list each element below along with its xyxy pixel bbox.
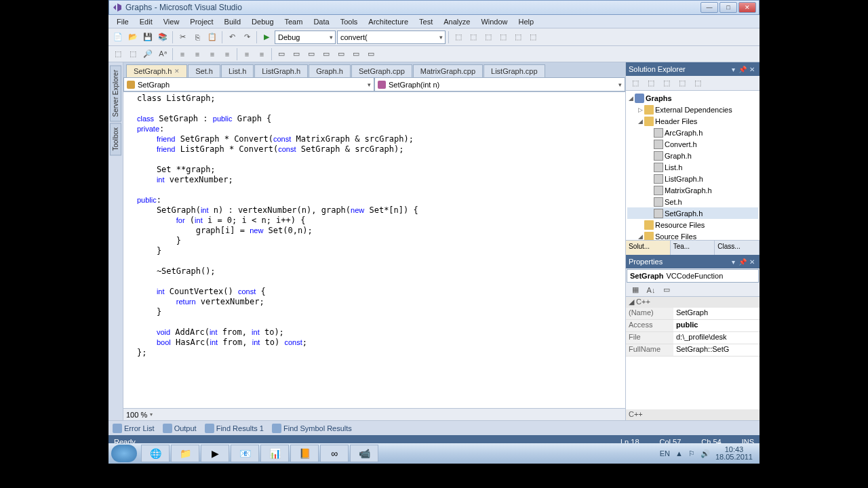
maximize-button[interactable]: □	[719, 2, 737, 13]
tree-node[interactable]: Convert.h	[627, 138, 758, 150]
tab-Set-h[interactable]: Set.h	[188, 64, 220, 77]
minimize-button[interactable]: —	[701, 2, 718, 13]
open-icon[interactable]: 📂	[126, 30, 140, 44]
outdent-icon[interactable]: ≡	[191, 47, 204, 61]
comment-icon[interactable]: ≡	[240, 47, 254, 61]
prop-category[interactable]: ◢ C++	[626, 297, 760, 308]
ie-icon[interactable]: 🌐	[141, 445, 170, 462]
pin-icon[interactable]: 📌	[738, 66, 747, 73]
tb2-icon[interactable]: ▭	[275, 47, 288, 61]
menu-test[interactable]: Test	[414, 16, 438, 27]
tree-node[interactable]: ArcGraph.h	[627, 127, 758, 138]
tb2-icon[interactable]: ≡	[205, 47, 219, 61]
tray-icon[interactable]: ⚐	[688, 449, 695, 458]
windows-taskbar[interactable]: 🌐 📁 ▶ 📧 📊 📙 ∞ 📹 EN ▲ ⚐ 🔊 10:4318.05.2011	[108, 443, 760, 464]
tb-icon[interactable]: ⬚	[467, 30, 480, 44]
tb-icon[interactable]: ⬚	[496, 30, 510, 44]
se-icon[interactable]: ⬚	[675, 77, 689, 90]
cut-icon[interactable]: ✂	[176, 30, 189, 44]
indent-icon[interactable]: ≡	[176, 47, 189, 61]
start-icon[interactable]: ▶	[260, 30, 273, 44]
code-editor[interactable]: class ListGraph; class SetGraph : public…	[123, 92, 625, 408]
tb2-icon[interactable]: ▭	[334, 47, 348, 61]
bottom-tab[interactable]: Find Symbol Results	[272, 424, 352, 433]
tab-List-h[interactable]: List.h	[221, 64, 254, 77]
undo-icon[interactable]: ↶	[225, 30, 239, 44]
menu-architecture[interactable]: Architecture	[363, 16, 414, 27]
tb2-icon[interactable]: ▭	[349, 47, 363, 61]
prop-row[interactable]: (Name)SetGraph	[626, 308, 760, 320]
camera-icon[interactable]: 📹	[350, 445, 378, 462]
tree-node[interactable]: Set.h	[627, 196, 758, 207]
tab-Graph-h[interactable]: Graph.h	[309, 64, 351, 77]
solution-explorer-header[interactable]: Solution Explorer ▾ 📌 ✕	[626, 62, 760, 76]
vs-icon[interactable]: ∞	[320, 445, 349, 462]
titlebar[interactable]: Graphs - Microsoft Visual Studio — □ ✕	[108, 0, 760, 15]
uncomment-icon[interactable]: ≡	[255, 47, 269, 61]
tb-icon[interactable]: ⬚	[452, 30, 465, 44]
tb-icon[interactable]: ⬚	[526, 30, 540, 44]
wmp-icon[interactable]: ▶	[201, 445, 229, 462]
tb2-icon[interactable]: ≡	[220, 47, 234, 61]
menu-help[interactable]: Help	[513, 16, 540, 27]
close-icon[interactable]: ✕	[747, 258, 757, 266]
app-icon[interactable]: 📊	[260, 445, 289, 462]
prop-row[interactable]: FullNameSetGraph::SetG	[626, 344, 760, 357]
explorer-icon[interactable]: 📁	[171, 445, 199, 462]
tree-node[interactable]: MatrixGraph.h	[627, 184, 758, 196]
new-project-icon[interactable]: 📄	[111, 30, 125, 44]
tab-SetGraph-cpp[interactable]: SetGraph.cpp	[351, 64, 412, 77]
properties-object[interactable]: SetGraphVCCodeFunction	[627, 269, 759, 283]
save-icon[interactable]: 💾	[141, 30, 155, 44]
tree-node[interactable]: SetGraph.h	[627, 207, 758, 219]
tray-icon[interactable]: 🔊	[701, 449, 710, 458]
bottom-tab[interactable]: Find Results 1	[205, 424, 264, 433]
copy-icon[interactable]: ⎘	[191, 30, 204, 44]
menu-project[interactable]: Project	[184, 16, 218, 27]
server-explorer-tab[interactable]: Server Explorer	[110, 65, 121, 121]
menu-debug[interactable]: Debug	[246, 16, 279, 27]
se-tab[interactable]: Class...	[715, 241, 760, 255]
tb2-icon[interactable]: Aᵃ	[156, 47, 170, 61]
menu-analyze[interactable]: Analyze	[438, 16, 475, 27]
tree-node[interactable]: ListGraph.h	[627, 173, 758, 184]
tray-icon[interactable]: ▲	[675, 449, 683, 458]
se-icon[interactable]: ⬚	[660, 77, 673, 90]
solution-tree[interactable]: ◢Graphs▷External Dependencies◢Header Fil…	[626, 91, 760, 240]
prop-pages-icon[interactable]: ▭	[660, 283, 673, 297]
se-tab[interactable]: Solut...	[626, 241, 671, 255]
properties-header[interactable]: Properties ▾ 📌 ✕	[626, 255, 760, 268]
prop-row[interactable]: Accesspublic	[626, 320, 760, 332]
alpha-icon[interactable]: A↓	[644, 283, 658, 297]
tab-ListGraph-h[interactable]: ListGraph.h	[254, 64, 308, 77]
dropdown-icon[interactable]: ▾	[728, 258, 738, 266]
tree-node[interactable]: Graph.h	[627, 150, 758, 161]
outlook-icon[interactable]: 📧	[231, 445, 259, 462]
menu-view[interactable]: View	[158, 16, 185, 27]
categorized-icon[interactable]: ▦	[629, 283, 642, 297]
redo-icon[interactable]: ↷	[240, 30, 254, 44]
tree-node[interactable]: ◢Header Files	[627, 115, 758, 127]
tb-icon[interactable]: ⬚	[511, 30, 525, 44]
menu-edit[interactable]: Edit	[134, 16, 158, 27]
scope-combo[interactable]: SetGraph	[123, 77, 374, 92]
bottom-tab[interactable]: Output	[163, 424, 197, 433]
se-icon[interactable]: ⬚	[644, 77, 658, 90]
tb2-icon[interactable]: ⬚	[111, 47, 125, 61]
close-button[interactable]: ✕	[738, 2, 756, 13]
tab-ListGraph-cpp[interactable]: ListGraph.cpp	[484, 64, 545, 77]
bottom-tab[interactable]: Error List	[113, 424, 155, 433]
save-all-icon[interactable]: 📚	[156, 30, 170, 44]
dropdown-icon[interactable]: ▾	[728, 66, 738, 73]
tb2-icon[interactable]: ⬚	[126, 47, 140, 61]
tab-MatrixGraph-cpp[interactable]: MatrixGraph.cpp	[413, 64, 483, 77]
pin-icon[interactable]: 📌	[738, 258, 747, 266]
menu-tools[interactable]: Tools	[335, 16, 363, 27]
prop-row[interactable]: Filed:\_profile\desk	[626, 332, 760, 344]
tb2-icon[interactable]: ▭	[290, 47, 303, 61]
system-tray[interactable]: EN ▲ ⚐ 🔊 10:4318.05.2011	[660, 446, 757, 461]
tb-icon[interactable]: ⬚	[481, 30, 495, 44]
find-combo[interactable]: convert(	[337, 30, 446, 44]
tb2-icon[interactable]: 🔎	[141, 47, 155, 61]
tree-node[interactable]: ◢Source Files	[627, 230, 758, 240]
